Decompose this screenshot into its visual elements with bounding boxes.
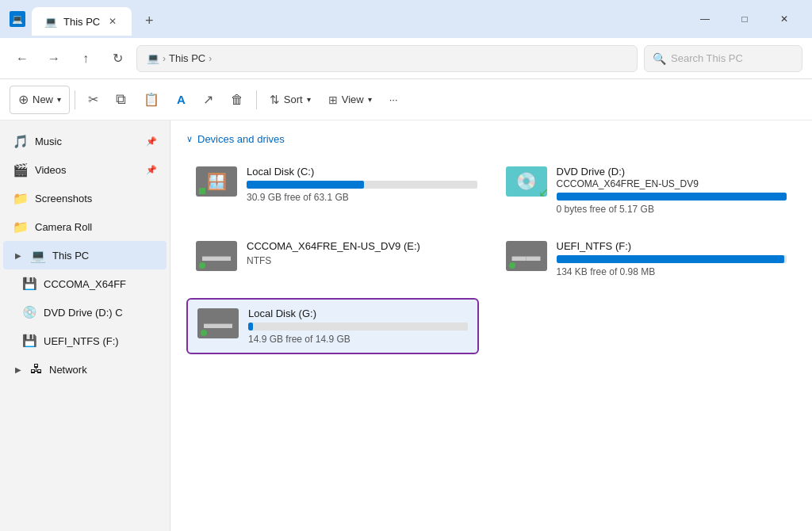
drive-c-status-dot — [199, 188, 205, 194]
drive-card-d[interactable]: 💿 ↙ DVD Drive (D:) CCCOMA_X64FRE_EN-US_D… — [496, 158, 797, 223]
drive-e-name: CCCOMA_X64FRE_EN-US_DV9 (E:) — [247, 240, 477, 252]
sidebar-item-dvd-label: DVD Drive (D:) C — [44, 307, 123, 319]
drives-grid: 🪟 Local Disk (C:) 30.9 GB free of 63.1 G… — [186, 158, 796, 285]
back-button[interactable]: ← — [10, 46, 35, 71]
tab-this-pc[interactable]: 💻 This PC ✕ — [32, 7, 132, 36]
sidebar-item-videos[interactable]: 🎬 Videos 📌 — [3, 155, 167, 184]
rename-icon: A — [177, 93, 186, 106]
drive-e-type: NTFS — [247, 255, 477, 266]
drive-d-bar-fill — [557, 193, 787, 201]
more-button[interactable]: ··· — [381, 86, 406, 114]
drive-g-space: 14.9 GB free of 14.9 GB — [248, 334, 468, 345]
sidebar-item-cccoma-label: CCCOMA_X64FF — [44, 278, 126, 290]
copy-button[interactable]: ⧉ — [108, 86, 134, 114]
close-button[interactable]: ✕ — [766, 6, 802, 32]
refresh-button[interactable]: ↻ — [105, 46, 130, 71]
sort-label: Sort — [284, 94, 303, 105]
section-chevron: ∨ — [186, 134, 193, 144]
path-separator-2: › — [209, 53, 212, 64]
toolbar-separator-2 — [256, 90, 257, 109]
new-tab-button[interactable]: + — [138, 10, 160, 32]
sidebar-item-this-pc[interactable]: ▶ 💻 This PC — [3, 241, 167, 269]
minimize-button[interactable]: — — [687, 6, 723, 32]
cut-button[interactable]: ✂ — [80, 86, 106, 114]
search-box[interactable]: 🔍 Search This PC — [644, 45, 802, 72]
drive-f-name: UEFI_NTFS (F:) — [557, 240, 787, 252]
drive-card-f[interactable]: ▬▬ UEFI_NTFS (F:) 134 KB free of 0.98 MB — [496, 232, 797, 285]
drive-f-bar-wrap — [557, 255, 787, 263]
sidebar-item-uefi[interactable]: 💾 UEFI_NTFS (F:) — [3, 327, 167, 355]
toolbar-separator-1 — [75, 90, 75, 109]
drive-f-bar-fill — [557, 255, 785, 263]
sidebar-item-network-label: Network — [49, 364, 87, 376]
uefi-icon: 💾 — [22, 334, 37, 348]
drive-card-e[interactable]: ▬▬ CCCOMA_X64FRE_EN-US_DV9 (E:) NTFS — [186, 232, 487, 285]
sidebar-item-screenshots-label: Screenshots — [35, 193, 92, 204]
search-icon: 🔍 — [653, 52, 666, 65]
drive-g-bar-wrap — [248, 323, 468, 330]
drive-d-name: DVD Drive (D:) CCCOMA_X64FRE_EN-US_DV9 — [557, 166, 787, 189]
new-button[interactable]: ⊕ New ▾ — [10, 86, 70, 114]
drive-g-bar-fill — [248, 323, 253, 330]
drive-e-icon-wrap: ▬▬ — [196, 240, 237, 272]
drive-f-status-dot — [509, 262, 515, 269]
sidebar-item-screenshots[interactable]: 📁 Screenshots — [3, 184, 167, 212]
videos-icon: 🎬 — [13, 162, 29, 178]
rename-button[interactable]: A — [169, 86, 193, 114]
expand-icon-this-pc: ▶ — [13, 250, 24, 261]
pin-icon-videos: 📌 — [146, 165, 157, 175]
path-current: This PC — [169, 52, 205, 64]
cccoma-icon: 💾 — [22, 277, 37, 291]
new-icon: ⊕ — [18, 92, 29, 107]
tab-close-button[interactable]: ✕ — [106, 15, 119, 28]
new-dropdown-icon: ▾ — [57, 95, 61, 104]
sidebar-item-camera-roll[interactable]: 📁 Camera Roll — [3, 212, 167, 241]
drive-c-space: 30.9 GB free of 63.1 GB — [247, 192, 477, 203]
sidebar-item-dvd[interactable]: 💿 DVD Drive (D:) C — [3, 298, 167, 327]
sort-dropdown-icon: ▾ — [307, 95, 311, 104]
drive-d-icon-wrap: 💿 ↙ — [506, 166, 547, 197]
view-button[interactable]: ⊞ View ▾ — [320, 86, 380, 114]
sidebar: 🎵 Music 📌 🎬 Videos 📌 📁 Screenshots 📁 Cam… — [0, 120, 170, 531]
cut-icon: ✂ — [88, 92, 98, 107]
sidebar-item-this-pc-label: This PC — [52, 250, 89, 262]
sort-button[interactable]: ⇅ Sort ▾ — [262, 86, 319, 114]
sidebar-item-cccoma[interactable]: 💾 CCCOMA_X64FF — [3, 269, 167, 298]
drive-card-c[interactable]: 🪟 Local Disk (C:) 30.9 GB free of 63.1 G… — [186, 158, 487, 223]
address-path[interactable]: 💻 › This PC › — [136, 45, 638, 72]
section-title: Devices and drives — [197, 133, 285, 145]
drive-card-g[interactable]: ▬▬ Local Disk (G:) 14.9 GB free of 14.9 … — [186, 298, 479, 354]
drive-f-info: UEFI_NTFS (F:) 134 KB free of 0.98 MB — [557, 240, 787, 277]
sidebar-item-network[interactable]: ▶ 🖧 Network — [3, 355, 167, 384]
up-button[interactable]: ↑ — [73, 46, 98, 71]
dvd-icon: 💿 — [22, 305, 37, 319]
drive-c-info: Local Disk (C:) 30.9 GB free of 63.1 GB — [247, 166, 477, 203]
sidebar-item-music[interactable]: 🎵 Music 📌 — [3, 127, 167, 155]
delete-button[interactable]: 🗑 — [223, 86, 251, 114]
music-icon: 🎵 — [13, 134, 29, 149]
forward-button[interactable]: → — [41, 46, 67, 71]
drive-g-name: Local Disk (G:) — [248, 308, 468, 319]
delete-icon: 🗑 — [231, 93, 243, 107]
sidebar-item-camera-roll-label: Camera Roll — [35, 221, 92, 233]
tab-title: This PC — [63, 16, 100, 28]
drive-g-info: Local Disk (G:) 14.9 GB free of 14.9 GB — [248, 308, 468, 345]
maximize-button[interactable]: □ — [726, 6, 763, 32]
address-bar: ← → ↑ ↻ 💻 › This PC › 🔍 Search This PC — [0, 38, 812, 79]
drive-c-bar-wrap — [247, 181, 477, 189]
search-placeholder: Search This PC — [671, 52, 743, 64]
drive-c-icon-wrap: 🪟 — [196, 166, 237, 197]
section-header-devices[interactable]: ∨ Devices and drives — [186, 133, 796, 145]
camera-roll-icon: 📁 — [13, 220, 29, 235]
share-button[interactable]: ↗ — [195, 86, 221, 114]
this-pc-icon: 💻 — [30, 248, 46, 263]
paste-button[interactable]: 📋 — [136, 86, 167, 114]
drive-e-status-dot — [199, 262, 205, 269]
network-icon: 🖧 — [30, 362, 43, 376]
drive-e-info: CCCOMA_X64FRE_EN-US_DV9 (E:) NTFS — [247, 240, 477, 266]
paste-icon: 📋 — [144, 92, 159, 107]
view-dropdown-icon: ▾ — [368, 95, 372, 104]
title-bar: 💻 💻 This PC ✕ + — □ ✕ — [0, 0, 812, 38]
sidebar-item-uefi-label: UEFI_NTFS (F:) — [44, 335, 119, 347]
app-icon: 💻 — [10, 11, 25, 27]
